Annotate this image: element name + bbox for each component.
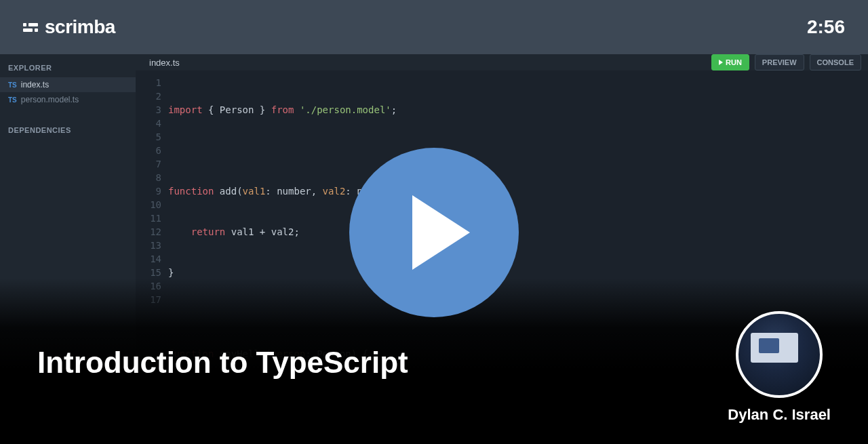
ts-icon: TS [8,96,17,104]
explorer-heading: EXPLORER [0,54,136,77]
console-button[interactable]: CONSOLE [810,54,861,70]
file-item-index[interactable]: TS index.ts [0,77,136,92]
author-block: Dylan C. Israel [728,311,831,424]
file-name: index.ts [21,80,49,89]
dependencies-heading: DEPENDENCIES [0,117,136,140]
toolbar-buttons: RUN PREVIEW CONSOLE [711,54,861,70]
file-item-person-model[interactable]: TS person.model.ts [0,92,136,107]
brand-name: scrimba [45,16,115,38]
video-duration: 2:56 [807,16,845,38]
brand-icon [23,23,38,32]
play-button[interactable] [349,148,519,317]
run-button[interactable]: RUN [711,54,749,70]
active-tab[interactable]: index.ts [149,58,180,68]
play-icon [719,60,723,65]
app-header: scrimba 2:56 [0,0,868,54]
file-name: person.model.ts [21,95,79,104]
author-name: Dylan C. Israel [728,406,831,424]
ts-icon: TS [8,81,17,89]
play-icon [412,195,470,270]
brand-logo[interactable]: scrimba [23,16,115,38]
sidebar: EXPLORER TS index.ts TS person.model.ts … [0,54,136,444]
preview-button[interactable]: PREVIEW [755,54,804,70]
editor-toolbar: index.ts RUN PREVIEW CONSOLE [136,54,868,70]
author-avatar[interactable] [736,311,823,398]
line-gutter: 1234567891011121314151617 [136,76,168,444]
lesson-title: Introduction to TypeScript [37,346,408,380]
run-label: RUN [726,58,742,66]
workspace: EXPLORER TS index.ts TS person.model.ts … [0,54,868,444]
